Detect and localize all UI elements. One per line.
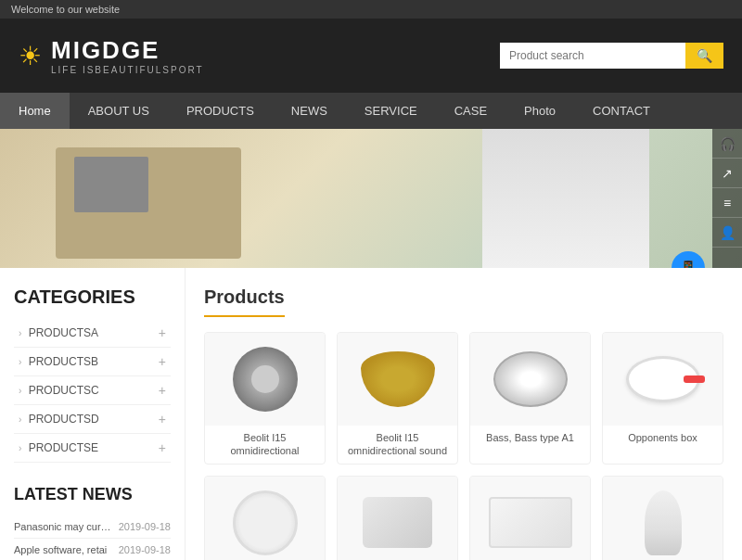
product-label-0: Beolit I15 omnidirectional <box>205 426 325 464</box>
product-label-1: Beolit I15 omnidirectional sound <box>338 426 457 464</box>
headset-icon[interactable]: 🎧 <box>712 129 742 159</box>
news-item-1[interactable]: Apple software, retai 2019-09-18 <box>14 539 171 560</box>
products-title: Products <box>204 286 285 317</box>
bulb-img <box>645 490 682 555</box>
product-img-2 <box>470 333 590 426</box>
nav-photo[interactable]: Photo <box>505 93 574 129</box>
category-productse[interactable]: › PRODUCTSE + <box>14 434 171 463</box>
nav-products[interactable]: PRODUCTS <box>168 93 273 129</box>
speaker-img <box>233 490 298 555</box>
expand-c: + <box>159 383 166 398</box>
downlight-img <box>493 351 568 407</box>
top-bar: Welcome to our website <box>0 0 742 19</box>
product-img-7 <box>603 477 723 560</box>
arrow-icon-b: › <box>19 357 21 367</box>
products-area: Products Beolit I15 omnidirectional Beol… <box>186 268 742 560</box>
main-nav: Home ABOUT US PRODUCTS NEWS SERVICE CASE… <box>0 93 742 129</box>
product-card-6[interactable]: Beosound rotation <box>469 476 591 560</box>
user-icon[interactable]: 👤 <box>712 218 742 248</box>
hero-desk-left <box>56 147 241 259</box>
sidebar: CATEGORIES › PRODUCTSA + › PRODUCTSB + ›… <box>0 268 186 560</box>
expand-a: + <box>159 325 166 340</box>
arrow-icon-a: › <box>19 328 21 338</box>
product-img-6 <box>470 477 590 560</box>
product-card-7[interactable]: Spring up across the <box>602 476 723 560</box>
product-img-3 <box>603 333 723 426</box>
arrow-icon-e: › <box>19 443 21 453</box>
product-card-2[interactable]: Bass, Bass type A1 <box>469 332 591 465</box>
logo-text: MIGDGE LIFE ISBEAUTIFULSPORT <box>51 36 204 75</box>
nav-about-us[interactable]: ABOUT US <box>70 93 168 129</box>
hero-inner <box>0 129 742 268</box>
nav-case[interactable]: CASE <box>436 93 505 129</box>
expand-d: + <box>159 412 166 426</box>
brand-name: MIGDGE <box>51 36 204 65</box>
search-area: 🔍 <box>500 43 723 69</box>
arrow-icon-d: › <box>19 414 21 425</box>
category-productsc[interactable]: › PRODUCTSC + <box>14 376 171 405</box>
nav-service[interactable]: SERVICE <box>346 93 436 129</box>
product-card-4[interactable]: BeoPlay two speakers <box>204 476 326 560</box>
product-img-4 <box>205 477 325 560</box>
tagline: LIFE ISBEAUTIFULSPORT <box>51 65 204 75</box>
product-label-3: Opponents box <box>603 426 723 450</box>
logo-area: ☀ MIGDGE LIFE ISBEAUTIFULSPORT <box>19 36 204 75</box>
spotlight-img <box>233 347 298 412</box>
product-img-5 <box>338 477 457 560</box>
product-label-2: Bass, Bass type A1 <box>470 426 590 450</box>
product-card-5[interactable]: BeoPlay A9 wireless <box>337 476 458 560</box>
categories-title: CATEGORIES <box>14 286 171 308</box>
logo-icon: ☀ <box>19 41 42 71</box>
right-icons-panel: 🎧 ↗ ≡ 👤 <box>712 129 742 268</box>
share-icon[interactable]: ↗ <box>712 159 742 188</box>
flat-img <box>626 356 700 402</box>
top-bar-text: Welcome to our website <box>11 4 120 15</box>
floodlight-img <box>363 497 432 548</box>
product-card-0[interactable]: Beolit I15 omnidirectional <box>204 332 326 465</box>
product-img-0 <box>205 333 325 426</box>
expand-e: + <box>159 440 166 455</box>
header: ☀ MIGDGE LIFE ISBEAUTIFULSPORT 🔍 <box>0 19 742 93</box>
arrow-icon-c: › <box>19 386 21 396</box>
category-productsa[interactable]: › PRODUCTSA + <box>14 319 171 348</box>
products-grid: Beolit I15 omnidirectional Beolit I15 om… <box>204 332 723 560</box>
nav-home[interactable]: Home <box>0 93 70 129</box>
search-input[interactable] <box>500 43 685 69</box>
hero-banner: 🎧 ↗ ≡ 👤 📱 <box>0 129 742 268</box>
main-content: CATEGORIES › PRODUCTSA + › PRODUCTSB + ›… <box>0 268 742 560</box>
nav-news[interactable]: NEWS <box>273 93 346 129</box>
nav-contact[interactable]: CONTACT <box>574 93 669 129</box>
product-card-3[interactable]: Opponents box <box>602 332 723 465</box>
category-productsb[interactable]: › PRODUCTSB + <box>14 348 171 376</box>
latest-news-section: LATEST NEWS Panasonic may curb so 2019-0… <box>14 485 171 560</box>
product-card-1[interactable]: Beolit I15 omnidirectional sound <box>337 332 458 465</box>
list-icon[interactable]: ≡ <box>712 188 742 218</box>
search-button[interactable]: 🔍 <box>685 43 723 69</box>
categories-section: CATEGORIES › PRODUCTSA + › PRODUCTSB + ›… <box>14 286 171 463</box>
product-img-1 <box>338 333 457 426</box>
expand-b: + <box>159 354 166 369</box>
news-item-0[interactable]: Panasonic may curb so 2019-09-18 <box>14 515 171 539</box>
panel-img <box>489 497 572 548</box>
hero-desk-right <box>482 129 649 268</box>
ceiling-img <box>361 351 435 407</box>
category-productsd[interactable]: › PRODUCTSD + <box>14 405 171 434</box>
latest-news-title: LATEST NEWS <box>14 485 171 504</box>
